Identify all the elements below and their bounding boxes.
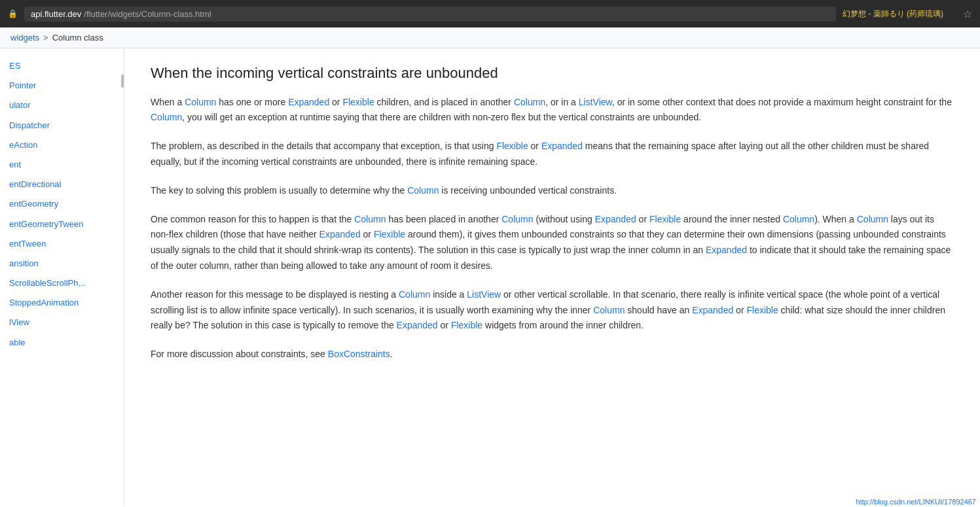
text-content: or: [361, 229, 374, 239]
content-link[interactable]: Expanded: [692, 305, 733, 315]
text-content: has one or more: [216, 97, 288, 107]
text-content: has been placed in another: [386, 214, 502, 224]
content-link[interactable]: Column: [501, 214, 533, 224]
content-paragraph: When a Column has one or more Expanded o…: [151, 95, 954, 126]
sidebar-scrollbar[interactable]: [121, 75, 124, 88]
content-paragraph: The key to solving this problem is usual…: [151, 183, 954, 199]
content-link[interactable]: Column: [514, 97, 545, 107]
sidebar-item[interactable]: Dispatcher: [0, 116, 124, 135]
sidebar-item[interactable]: able: [0, 333, 124, 353]
sidebar-items: ESPointerulatorDispatchereActionententDi…: [0, 56, 124, 353]
content-paragraph: Another reason for this message to be di…: [151, 287, 954, 334]
breadcrumb: widgets > Column class: [0, 27, 980, 48]
content-link[interactable]: Column: [399, 289, 430, 300]
sidebar-item[interactable]: entGeometry: [0, 194, 124, 214]
text-content: The problem, as described in the details…: [151, 141, 496, 151]
tab-title: 幻梦想 - 薬師るり (药师琉璃): [843, 9, 943, 20]
content-paragraph: For more discussion about constraints, s…: [151, 347, 954, 362]
sidebar: ESPointerulatorDispatchereActionententDi…: [0, 48, 124, 506]
content-link[interactable]: ListView: [579, 97, 612, 107]
content-link[interactable]: Flexible: [746, 305, 778, 315]
content-link[interactable]: ListView: [467, 289, 501, 300]
content-link[interactable]: Expanded: [706, 245, 747, 255]
sidebar-item[interactable]: Pointer: [0, 76, 124, 96]
content-link[interactable]: Expanded: [288, 97, 329, 107]
text-content: or: [329, 97, 342, 107]
text-content: , or in a: [545, 97, 579, 107]
content-link[interactable]: Column: [407, 185, 439, 196]
content-link[interactable]: BoxConstraints: [328, 349, 390, 359]
content-link[interactable]: Column: [354, 214, 386, 224]
text-content: .: [390, 349, 393, 359]
bottom-bar: http://blog.csdn.net/LINKUI/17892467: [852, 497, 980, 506]
content-link[interactable]: Flexible: [451, 320, 482, 330]
text-content: or: [528, 141, 541, 151]
text-content: is receiving unbounded vertical constrai…: [439, 185, 617, 196]
text-content: or: [636, 214, 649, 224]
sidebar-item[interactable]: lView: [0, 313, 124, 332]
main-layout: ESPointerulatorDispatchereActionententDi…: [0, 48, 980, 506]
sidebar-item[interactable]: entGeometryTween: [0, 215, 124, 234]
text-content: children, and is placed in another: [374, 97, 514, 107]
text-content: inside a: [430, 289, 467, 300]
content-link[interactable]: Flexible: [342, 97, 374, 107]
url-domain: api.flutter.dev: [31, 9, 81, 19]
content-link[interactable]: Flexible: [649, 214, 681, 224]
main-content: When the incoming vertical constraints a…: [124, 48, 980, 506]
content-link[interactable]: Flexible: [374, 229, 405, 239]
star-icon[interactable]: ☆: [963, 8, 972, 20]
url-bar[interactable]: api.flutter.dev /flutter/widgets/Column-…: [24, 7, 836, 22]
text-content: , or in some other context that does not…: [612, 97, 952, 107]
url-path: /flutter/widgets/Column-class.html: [84, 9, 211, 19]
content-link[interactable]: Expanded: [595, 214, 636, 224]
content-link[interactable]: Expanded: [541, 141, 583, 151]
sidebar-item[interactable]: entTween: [0, 234, 124, 254]
lock-icon: 🔒: [8, 9, 18, 18]
content-link[interactable]: Expanded: [319, 229, 361, 239]
text-content: The key to solving this problem is usual…: [151, 185, 407, 196]
sidebar-item[interactable]: ent: [0, 155, 124, 175]
text-content: (without using: [534, 214, 595, 224]
content-link[interactable]: Expanded: [397, 320, 438, 330]
text-content: When a: [151, 97, 185, 107]
text-content: One common reason for this to happen is …: [151, 214, 354, 224]
content-paragraph: One common reason for this to happen is …: [151, 212, 954, 274]
text-content: or: [733, 305, 746, 315]
sidebar-item[interactable]: StoppedAnimation: [0, 293, 124, 313]
sidebar-item[interactable]: ES: [0, 56, 124, 76]
text-content: or: [438, 320, 451, 330]
browser-chrome: 🔒 api.flutter.dev /flutter/widgets/Colum…: [0, 0, 980, 27]
content-link[interactable]: Column: [783, 214, 814, 224]
text-content: Another reason for this message to be di…: [151, 289, 399, 300]
content-link[interactable]: Flexible: [496, 141, 528, 151]
content-link[interactable]: Column: [593, 305, 625, 315]
content-link[interactable]: Column: [185, 97, 216, 107]
sidebar-item[interactable]: entDirectional: [0, 175, 124, 194]
text-content: widgets from around the inner children.: [482, 320, 644, 330]
sidebar-item[interactable]: ansition: [0, 254, 124, 273]
section-title: When the incoming vertical constraints a…: [151, 64, 954, 83]
text-content: should have an: [625, 305, 692, 315]
content-link[interactable]: Column: [151, 112, 182, 122]
sidebar-item[interactable]: ScrollableScrollPh...: [0, 273, 124, 293]
content-link[interactable]: Column: [857, 214, 888, 224]
paragraphs-container: When a Column has one or more Expanded o…: [151, 95, 954, 362]
text-content: around the inner nested: [681, 214, 783, 224]
text-content: ). When a: [814, 214, 857, 224]
sidebar-item[interactable]: ulator: [0, 96, 124, 115]
breadcrumb-current: Column class: [52, 33, 103, 43]
text-content: For more discussion about constraints, s…: [151, 349, 328, 359]
breadcrumb-separator: >: [43, 33, 48, 43]
breadcrumb-parent[interactable]: widgets: [10, 33, 39, 43]
sidebar-item[interactable]: eAction: [0, 135, 124, 155]
content-paragraph: The problem, as described in the details…: [151, 139, 954, 170]
text-content: , you will get an exception at runtime s…: [182, 112, 701, 122]
